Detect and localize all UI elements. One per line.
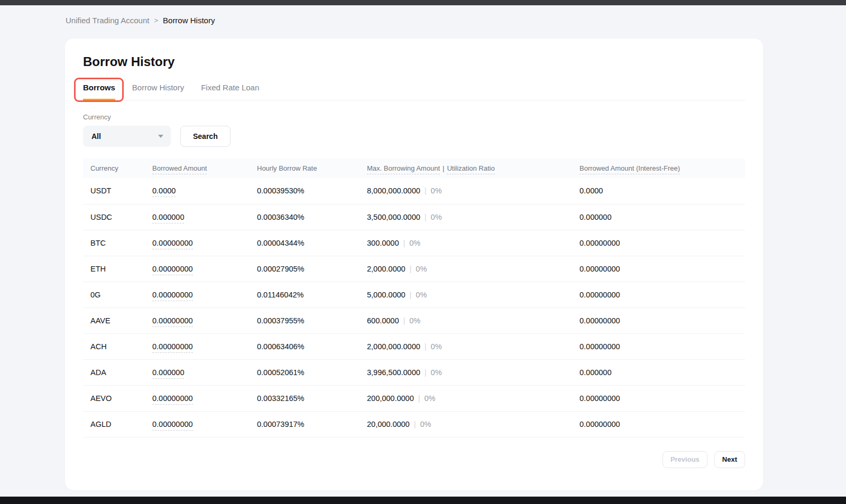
cell-borrowed-amount: 0.00000000 [152, 411, 257, 437]
cell-interest-free: 0.00000000 [580, 230, 745, 256]
value-separator: | [414, 420, 416, 428]
table-row: USDT 0.0000 0.00039530% 8,000,000.0000|0… [83, 178, 745, 204]
cell-interest-free: 0.00000000 [580, 282, 745, 307]
value-separator: | [418, 394, 420, 403]
utilization-value: 0% [431, 186, 442, 195]
cell-currency: AAVE [83, 307, 152, 333]
cell-max-utilization: 600.0000|0% [367, 307, 580, 333]
borrowed-amount-value[interactable]: 0.00000000 [152, 394, 193, 405]
header-max-borrowing-label[interactable]: Max. Borrowing Amount [367, 164, 440, 174]
cell-max-utilization: 20,000.0000|0% [367, 411, 580, 437]
cell-currency: ADA [83, 359, 152, 385]
header-interest-free: Borrowed Amount (Interest-Free) [580, 158, 745, 178]
borrowed-amount-value[interactable]: 0.0000 [152, 186, 176, 197]
max-borrowing-value: 2,000,000.0000 [367, 342, 420, 351]
table-row: USDC 0.000000 0.00036340% 3,500,000.0000… [83, 204, 745, 230]
value-separator: | [410, 265, 412, 273]
table-row: BTC 0.00000000 0.00004344% 300.0000|0% 0… [83, 230, 745, 256]
cell-borrowed-amount: 0.00000000 [152, 282, 257, 307]
table-header-row: Currency Borrowed Amount Hourly Borrow R… [83, 158, 745, 178]
next-page-button[interactable]: Next [714, 451, 745, 468]
utilization-value: 0% [431, 368, 442, 377]
cell-hourly-rate: 0.00027905% [257, 256, 367, 282]
tab-bar: Borrows Borrow History Fixed Rate Loan [83, 83, 745, 100]
cell-max-utilization: 3,996,500.0000|0% [367, 359, 580, 385]
cell-currency: BTC [83, 230, 152, 256]
top-window-bar [0, 0, 846, 5]
cell-interest-free: 0.000000 [580, 359, 745, 385]
currency-select[interactable]: All [83, 126, 171, 147]
cell-hourly-rate: 0.00039530% [257, 178, 367, 204]
tab-borrows[interactable]: Borrows [83, 83, 115, 100]
cell-currency: ACH [83, 333, 152, 359]
cell-hourly-rate: 0.00004344% [257, 230, 367, 256]
max-borrowing-value: 3,996,500.0000 [367, 368, 420, 377]
value-separator: | [425, 213, 427, 221]
breadcrumb: Unified Trading Account > Borrow History [0, 5, 846, 39]
table-row: 0G 0.00000000 0.01146042% 5,000.0000|0% … [83, 282, 745, 307]
borrowed-amount-value[interactable]: 0.000000 [152, 213, 184, 223]
cell-hourly-rate: 0.00073917% [257, 411, 367, 437]
header-utilization-ratio-label[interactable]: Utilization Ratio [447, 164, 494, 174]
currency-select-value: All [91, 132, 101, 141]
cell-hourly-rate: 0.00063406% [257, 333, 367, 359]
tab-fixed-rate-loan[interactable]: Fixed Rate Loan [201, 83, 259, 100]
cell-max-utilization: 300.0000|0% [367, 230, 580, 256]
cell-currency: USDT [83, 178, 152, 204]
borrowed-amount-value[interactable]: 0.00000000 [152, 420, 193, 431]
table-row: AAVE 0.00000000 0.00037955% 600.0000|0% … [83, 307, 745, 333]
borrows-table: Currency Borrowed Amount Hourly Borrow R… [83, 158, 745, 437]
cell-hourly-rate: 0.00052061% [257, 359, 367, 385]
table-row: AGLD 0.00000000 0.00073917% 20,000.0000|… [83, 411, 745, 437]
chevron-down-icon [158, 135, 163, 138]
filter-row: All Search [83, 126, 745, 147]
header-max-borrowing-utilization: Max. Borrowing Amount|Utilization Ratio [367, 158, 580, 178]
value-separator: | [410, 291, 412, 299]
cell-interest-free: 0.00000000 [580, 333, 745, 359]
utilization-value: 0% [424, 394, 435, 403]
cell-max-utilization: 5,000.0000|0% [367, 282, 580, 307]
table-row: ETH 0.00000000 0.00027905% 2,000.0000|0%… [83, 256, 745, 282]
previous-page-button[interactable]: Previous [663, 451, 707, 468]
pagination: Previous Next [83, 451, 745, 468]
borrowed-amount-value[interactable]: 0.00000000 [152, 316, 193, 327]
borrowed-amount-value[interactable]: 0.00000000 [152, 342, 193, 353]
page-title: Borrow History [83, 54, 745, 69]
cell-max-utilization: 200,000.0000|0% [367, 385, 580, 411]
breadcrumb-current: Borrow History [163, 16, 215, 25]
value-separator: | [425, 186, 427, 195]
cell-interest-free: 0.00000000 [580, 385, 745, 411]
cell-max-utilization: 2,000.0000|0% [367, 256, 580, 282]
max-borrowing-value: 8,000,000.0000 [367, 186, 420, 195]
header-interest-free-label[interactable]: Borrowed Amount (Interest-Free) [580, 164, 680, 174]
header-hourly-borrow-rate: Hourly Borrow Rate [257, 158, 367, 178]
utilization-value: 0% [416, 265, 427, 273]
header-borrowed-amount-label[interactable]: Borrowed Amount [152, 164, 207, 174]
cell-hourly-rate: 0.00332165% [257, 385, 367, 411]
cell-borrowed-amount: 0.000000 [152, 204, 257, 230]
borrowed-amount-value[interactable]: 0.00000000 [152, 291, 193, 301]
utilization-value: 0% [416, 291, 427, 299]
tab-borrow-history[interactable]: Borrow History [132, 83, 184, 100]
chevron-right-icon: > [154, 16, 158, 24]
cell-max-utilization: 3,500,000.0000|0% [367, 204, 580, 230]
search-button[interactable]: Search [180, 126, 231, 147]
cell-hourly-rate: 0.00036340% [257, 204, 367, 230]
cell-interest-free: 0.000000 [580, 204, 745, 230]
borrow-history-card: Borrow History Borrows Borrow History Fi… [65, 39, 763, 490]
borrowed-amount-value[interactable]: 0.000000 [152, 368, 184, 379]
header-currency: Currency [83, 158, 152, 178]
borrowed-amount-value[interactable]: 0.00000000 [152, 265, 193, 275]
bottom-window-bar [0, 497, 846, 504]
value-separator: | [403, 316, 405, 325]
cell-interest-free: 0.00000000 [580, 256, 745, 282]
breadcrumb-parent-link[interactable]: Unified Trading Account [66, 16, 149, 25]
cell-borrowed-amount: 0.00000000 [152, 230, 257, 256]
table-row: AEVO 0.00000000 0.00332165% 200,000.0000… [83, 385, 745, 411]
table-row: ADA 0.000000 0.00052061% 3,996,500.0000|… [83, 359, 745, 385]
borrowed-amount-value[interactable]: 0.00000000 [152, 239, 193, 249]
utilization-value: 0% [409, 316, 420, 325]
cell-interest-free: 0.0000 [580, 178, 745, 204]
cell-borrowed-amount: 0.00000000 [152, 385, 257, 411]
cell-currency: 0G [83, 282, 152, 307]
